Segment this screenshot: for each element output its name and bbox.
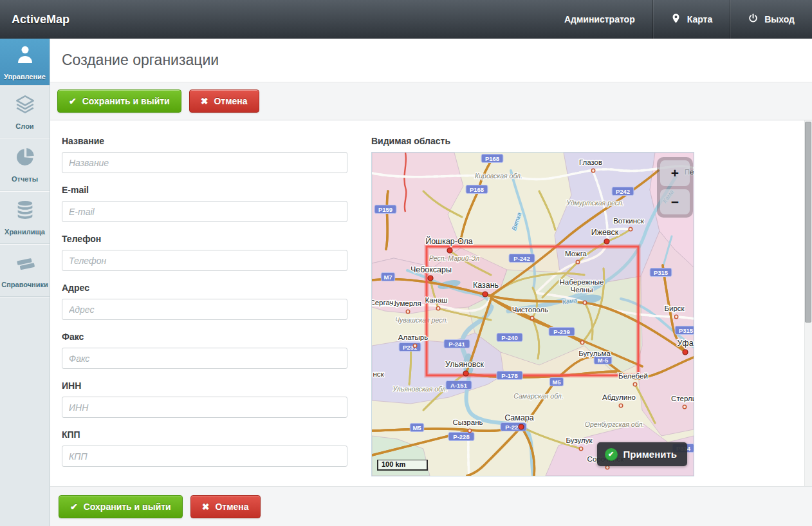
form-row: Телефон xyxy=(62,234,347,271)
cancel-button-label: Отмена xyxy=(214,96,247,106)
town-label: Бузулук xyxy=(566,437,593,444)
page-title: Создание организации xyxy=(62,52,219,69)
field-label: Адрес xyxy=(62,283,347,293)
save-button-label: Сохранить и выйти xyxy=(84,502,171,512)
city-label: Самара xyxy=(504,413,534,422)
save-and-exit-button-bottom[interactable]: ✔ Сохранить и выйти xyxy=(59,495,183,518)
town-label: Бугульма xyxy=(578,350,611,357)
logout-label: Выход xyxy=(764,14,795,24)
email-field[interactable] xyxy=(62,201,347,222)
city-dot xyxy=(604,239,609,244)
road-badge-label: М7 xyxy=(383,274,392,281)
organization-form: Название E-mail Телефон Адрес Факс ИНН К… xyxy=(62,136,347,478)
books-icon xyxy=(14,252,36,276)
sidebar-item-management[interactable]: Управление xyxy=(0,39,50,86)
town-dot xyxy=(591,169,595,172)
sidebar-item-label: Управление xyxy=(4,73,46,80)
kpp-field[interactable] xyxy=(62,446,347,467)
road-badge-label: Р-178 xyxy=(501,372,517,379)
field-label: Название xyxy=(62,136,347,146)
town-label: Абдулино xyxy=(602,393,636,401)
field-label: E-mail xyxy=(62,185,347,195)
road-badge-label: М5 xyxy=(412,424,421,431)
apply-check-icon: ✔ xyxy=(605,448,618,461)
map-link[interactable]: Карта xyxy=(653,0,730,39)
sidebar-item-label: Справочники xyxy=(1,281,48,288)
region-label: Самарская обл. xyxy=(513,392,563,400)
inn-field[interactable] xyxy=(62,397,347,418)
check-icon: ✔ xyxy=(69,96,77,106)
form-row: E-mail xyxy=(62,185,347,222)
town-label: Набережные xyxy=(560,278,604,286)
form-row: КПП xyxy=(62,429,347,467)
edge-label: нск xyxy=(373,370,384,378)
app-logo: ActiveMap xyxy=(12,13,69,26)
content-area: Название E-mail Телефон Адрес Факс ИНН К… xyxy=(50,120,812,487)
town-dot xyxy=(530,316,533,319)
road-badge-label: Р168 xyxy=(470,186,484,193)
zoom-in-button[interactable]: + xyxy=(660,160,690,186)
road-badge-label: Р168 xyxy=(485,155,499,162)
road-badge-label: А-151 xyxy=(450,382,468,389)
town-label: Бирск xyxy=(664,305,685,312)
road-badge-label: Р159 xyxy=(378,206,392,213)
town-label: Белебей xyxy=(618,372,648,380)
map-canvas[interactable]: Кировская обл.Удмуртская респ.Респ. Мари… xyxy=(371,152,694,476)
vertical-scrollbar xyxy=(804,120,812,487)
scrollbar-thumb[interactable] xyxy=(805,122,811,323)
town-label: Сызрань xyxy=(453,418,483,426)
name-field[interactable] xyxy=(62,152,347,173)
town-dot xyxy=(605,465,609,469)
cancel-button-bottom[interactable]: ✖ Отмена xyxy=(190,495,261,518)
region-label: Оренбургская обл. xyxy=(585,420,644,428)
road-badge-label: Р242 xyxy=(616,188,630,195)
zoom-control: + − xyxy=(657,157,693,218)
top-nav: Администратор Карта Выход xyxy=(547,0,812,39)
city-dot xyxy=(428,276,433,281)
current-user-label: Администратор xyxy=(564,14,635,24)
road-badge-label: Р-241 xyxy=(448,341,465,348)
road-badge-label: Р-228 xyxy=(453,433,469,440)
save-button-label: Сохранить и выйти xyxy=(82,96,170,106)
town-dot xyxy=(629,227,632,230)
town-label: Канаш xyxy=(425,296,447,304)
sidebar-item-reports[interactable]: Отчеты xyxy=(0,138,50,191)
apply-button[interactable]: ✔ Применить xyxy=(597,442,687,466)
zoom-out-button[interactable]: − xyxy=(660,189,690,215)
town-label: Шумерля xyxy=(389,299,421,307)
save-and-exit-button[interactable]: ✔ Сохранить и выйти xyxy=(57,89,181,113)
layers-icon xyxy=(14,93,36,118)
form-row: Адрес xyxy=(62,283,347,320)
town-dot xyxy=(633,382,636,386)
town-dot xyxy=(468,429,471,432)
pie-chart-icon xyxy=(14,146,36,171)
x-icon: ✖ xyxy=(202,502,210,512)
fax-field[interactable] xyxy=(62,348,347,369)
cancel-button[interactable]: ✖ Отмена xyxy=(189,89,259,113)
title-bar: Создание организации xyxy=(50,39,812,82)
current-user: Администратор xyxy=(547,0,652,39)
road-badge-label: Р315 xyxy=(679,327,694,334)
phone-field[interactable] xyxy=(62,250,347,271)
sidebar: Управление Слои Отчеты Хранилища Справоч… xyxy=(0,39,50,526)
road-badge-label: М-5 xyxy=(598,357,609,364)
city-label: Казань xyxy=(473,281,499,290)
city-label: Ижевск xyxy=(591,228,619,237)
sidebar-item-storages[interactable]: Хранилища xyxy=(0,191,50,244)
region-label: Удмуртская респ. xyxy=(566,199,623,207)
top-bar: ActiveMap Администратор Карта Выход xyxy=(0,0,812,39)
map-graphic: Кировская обл.Удмуртская респ.Респ. Мари… xyxy=(372,153,694,476)
town-label: Челны xyxy=(570,286,593,294)
town-label: Чистополь xyxy=(512,306,548,314)
field-label: Телефон xyxy=(62,234,347,244)
city-label: Чебоксары xyxy=(411,265,452,274)
visible-area-section: Видимая область xyxy=(371,136,694,476)
address-field[interactable] xyxy=(62,299,347,320)
sidebar-item-layers[interactable]: Слои xyxy=(0,86,50,138)
sidebar-item-directories[interactable]: Справочники xyxy=(0,244,50,297)
sidebar-item-label: Слои xyxy=(15,122,33,130)
field-label: ИНН xyxy=(62,380,347,391)
sidebar-item-label: Отчеты xyxy=(12,175,38,183)
logout-link[interactable]: Выход xyxy=(730,0,812,39)
road-badge-label: Р-239 xyxy=(553,328,569,335)
